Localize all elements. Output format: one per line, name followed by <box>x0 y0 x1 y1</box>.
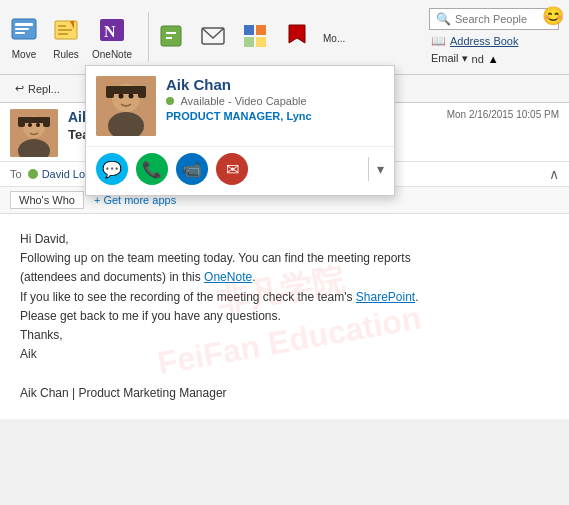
whos-who-button[interactable]: Who's Who <box>10 191 84 209</box>
move-icon <box>8 15 40 47</box>
more-button[interactable]: Mo... <box>323 31 345 44</box>
categories-button[interactable] <box>239 21 271 53</box>
followup-button[interactable] <box>281 21 313 53</box>
svg-rect-6 <box>58 29 72 31</box>
onenote-link[interactable]: OneNote <box>204 270 252 284</box>
recipient-status-badge <box>28 169 38 179</box>
onenote-label: OneNote <box>92 49 132 60</box>
sender-avatar[interactable] <box>10 109 58 157</box>
email-button[interactable]: Email ▾ <box>431 52 468 65</box>
address-book-label[interactable]: Address Book <box>450 35 518 47</box>
svg-rect-27 <box>106 86 146 94</box>
status-text: Available - Video Capable <box>180 95 306 107</box>
search-box[interactable]: 🔍 <box>429 8 559 30</box>
followup-icon <box>281 21 313 53</box>
onenote-button[interactable]: N OneNote <box>92 15 132 60</box>
phone-button[interactable]: 📞 <box>136 153 168 185</box>
body-thanks: Thanks, <box>20 326 549 345</box>
more-label: Mo... <box>323 33 345 44</box>
body-text-3: If you like to see the recording of the … <box>20 290 356 304</box>
im-button[interactable]: 💬 <box>96 153 128 185</box>
body-signature: Aik Chan | Product Marketing Manager <box>20 384 549 403</box>
email-icon: ✉ <box>226 160 239 179</box>
onenote-icon: N <box>96 15 128 47</box>
contact-card-header: Aik Chan Available - Video Capable PRODU… <box>86 66 394 146</box>
emoji-decoration: 😊 <box>542 5 564 27</box>
address-book-icon: 📖 <box>431 34 446 48</box>
unread-button[interactable] <box>197 21 229 53</box>
video-button[interactable]: 📹 <box>176 153 208 185</box>
svg-rect-7 <box>58 33 68 35</box>
contact-status: Available - Video Capable <box>166 95 384 107</box>
expand-icon[interactable]: ▲ <box>488 53 499 65</box>
svg-point-31 <box>28 123 32 127</box>
toolbar-separator-1 <box>148 12 149 62</box>
svg-rect-17 <box>244 37 254 47</box>
svg-marker-19 <box>289 25 305 43</box>
body-text-2: (attendees and documents) in this <box>20 270 204 284</box>
body-sender-name: Aik <box>20 345 549 364</box>
svg-point-24 <box>129 94 134 99</box>
svg-rect-1 <box>15 23 33 26</box>
svg-point-32 <box>36 123 40 127</box>
body-para2: If you like to see the recording of the … <box>20 288 549 307</box>
more-actions-button[interactable]: ▾ <box>377 161 384 177</box>
svg-rect-16 <box>256 25 266 35</box>
assign-button[interactable] <box>155 21 187 53</box>
reply-button[interactable]: ↩ Repl... <box>8 79 67 98</box>
search-area: 🔍 📖 Address Book Email ▾ nd ▲ <box>429 8 559 65</box>
nd-label: nd <box>472 53 484 65</box>
categories-icon <box>239 21 271 53</box>
contact-name: Aik Chan <box>166 76 384 93</box>
toolbar: Move Rules N OneNote <box>0 0 569 75</box>
svg-rect-5 <box>58 25 66 27</box>
search-icon: 🔍 <box>436 12 451 26</box>
svg-text:N: N <box>104 23 116 40</box>
rules-icon <box>50 15 82 47</box>
reply-label: Repl... <box>28 83 60 95</box>
svg-rect-18 <box>256 37 266 47</box>
contact-info: Aik Chan Available - Video Capable PRODU… <box>166 76 384 122</box>
to-label: To <box>10 168 22 180</box>
email-body: 非凡学院 FeiFan Education Hi David, Followin… <box>0 214 569 419</box>
body-para1: Following up on the team meeting today. … <box>20 249 549 287</box>
body-period-2: . <box>415 290 418 304</box>
move-button[interactable]: Move <box>8 15 40 60</box>
svg-rect-35 <box>18 117 50 123</box>
contact-avatar[interactable] <box>96 76 156 136</box>
email-action-button[interactable]: ✉ <box>216 153 248 185</box>
action-separator <box>368 157 369 181</box>
email-timestamp: Mon 2/16/2015 10:05 PM <box>447 109 559 120</box>
rules-label: Rules <box>53 49 79 60</box>
phone-icon: 📞 <box>142 160 162 179</box>
move-label: Move <box>12 49 36 60</box>
svg-rect-3 <box>15 32 25 34</box>
contact-title: PRODUCT MANAGER, Lync <box>166 110 384 122</box>
assign-icon <box>155 21 187 53</box>
svg-point-23 <box>119 94 124 99</box>
body-period-1: . <box>252 270 255 284</box>
search-input[interactable] <box>455 13 552 25</box>
reply-icon: ↩ <box>15 82 24 95</box>
status-indicator <box>166 97 174 105</box>
svg-rect-11 <box>161 26 181 46</box>
svg-rect-15 <box>244 25 254 35</box>
video-icon: 📹 <box>182 160 202 179</box>
body-para3: Please get back to me if you have any qu… <box>20 307 549 326</box>
body-text-1: Following up on the team meeting today. … <box>20 251 411 265</box>
expand-recipients-button[interactable]: ∧ <box>549 166 559 182</box>
contact-card: Aik Chan Available - Video Capable PRODU… <box>85 65 395 196</box>
sharepoint-link[interactable]: SharePoint <box>356 290 415 304</box>
address-book-row: 📖 Address Book <box>429 34 559 48</box>
svg-rect-2 <box>15 28 29 30</box>
body-greeting: Hi David, <box>20 230 549 249</box>
unread-icon <box>197 21 229 53</box>
rules-button[interactable]: Rules <box>50 15 82 60</box>
contact-actions: 💬 📞 📹 ✉ ▾ <box>86 146 394 195</box>
im-icon: 💬 <box>102 160 122 179</box>
